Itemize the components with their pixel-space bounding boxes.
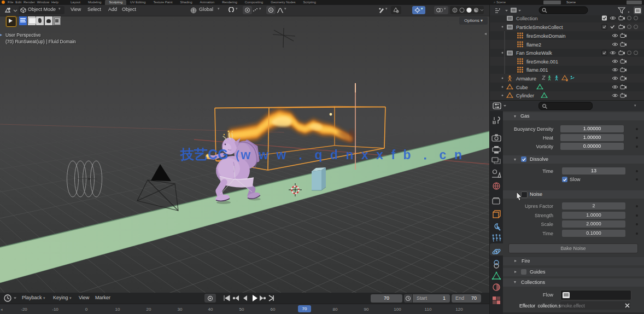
svg-text:fireSmoke.001: fireSmoke.001 bbox=[526, 59, 558, 65]
svg-text:fireSmokeDomain: fireSmokeDomain bbox=[526, 33, 566, 39]
svg-text:Fan SmokeWalk: Fan SmokeWalk bbox=[516, 50, 552, 56]
svg-text:Cylinder: Cylinder bbox=[516, 93, 534, 98]
svg-text:ParticleSmokeCollect: ParticleSmokeCollect bbox=[516, 25, 563, 30]
svg-text:flame2: flame2 bbox=[526, 42, 541, 48]
svg-text:Armature: Armature bbox=[516, 76, 536, 82]
svg-text:Collection: Collection bbox=[516, 16, 538, 21]
svg-text:Cube: Cube bbox=[516, 85, 528, 90]
svg-text:flame.001: flame.001 bbox=[526, 67, 548, 73]
